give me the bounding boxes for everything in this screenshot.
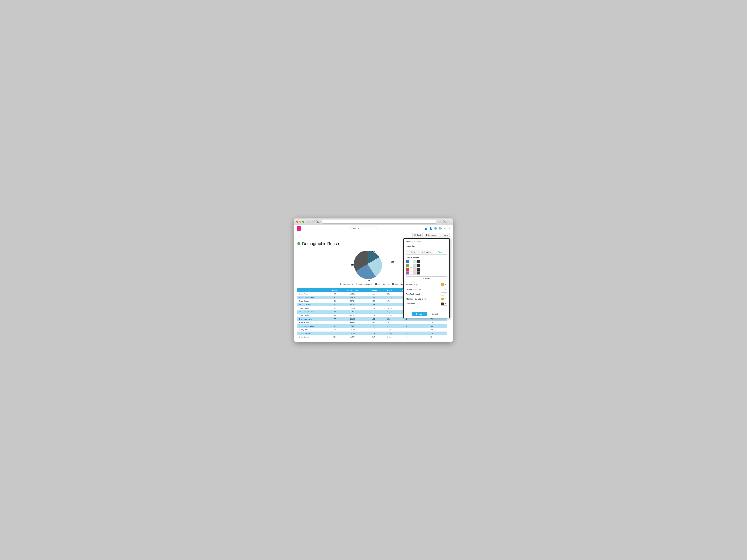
theme-row-blue[interactable] bbox=[406, 260, 447, 263]
more-button[interactable]: ▼ More bbox=[439, 233, 450, 237]
browser-window: ‹ › + + bbox=[294, 218, 453, 342]
cell-name: Brand_Sweden bbox=[297, 321, 328, 324]
header-bg-swatch bbox=[441, 283, 444, 286]
alt-row-bg-picker[interactable]: ▼ bbox=[441, 297, 447, 301]
header-bg-picker[interactable]: ▼ bbox=[441, 283, 447, 287]
cell-name: Brand_Sweden bbox=[297, 335, 328, 339]
close-button[interactable] bbox=[297, 221, 298, 223]
theme-row-red[interactable] bbox=[406, 267, 447, 271]
cell-name: Brand_Japan bbox=[297, 314, 328, 317]
row-bg-label: Row Background bbox=[406, 293, 420, 295]
legend-color-mexico bbox=[340, 284, 341, 285]
minimize-button[interactable] bbox=[300, 221, 301, 223]
maximize-button[interactable] bbox=[302, 221, 304, 223]
search-input[interactable] bbox=[353, 227, 376, 230]
theme-swatch-red-4 bbox=[417, 267, 420, 271]
cell-name: Brand_South Africa bbox=[297, 324, 328, 328]
header-bg-label: Header Background bbox=[406, 284, 422, 286]
sidebar-toggle[interactable] bbox=[316, 220, 320, 223]
tab-basic[interactable]: Basic bbox=[406, 250, 420, 255]
cancel-button[interactable]: Cancel bbox=[428, 312, 441, 316]
table-row: Brand_Sweden 127 35,964 2.54 14,144 7 11… bbox=[297, 321, 447, 324]
cell-impressions: 30,128 bbox=[341, 292, 363, 296]
cell-name: Brand_Australia bbox=[297, 331, 328, 335]
data-source-select[interactable]: Analytics bbox=[406, 244, 447, 248]
creditcard-icon[interactable]: 💳 bbox=[443, 227, 446, 230]
alt-row-bg-swatch bbox=[441, 298, 444, 300]
pie-chart-container: 102 223 119 180 bbox=[353, 249, 391, 282]
forward-button[interactable]: › bbox=[311, 220, 315, 223]
header-font-arrow: ▼ bbox=[445, 289, 446, 290]
theme-swatch-green-4 bbox=[417, 264, 420, 267]
cell-reach: 27,720 bbox=[383, 324, 397, 328]
page-title: Demographic Reach bbox=[302, 241, 339, 246]
header-font-picker[interactable]: ▼ bbox=[441, 288, 447, 291]
theme-swatch-blue-1 bbox=[406, 260, 409, 263]
address-bar[interactable] bbox=[322, 220, 436, 223]
signout-icon[interactable]: ↗ bbox=[448, 227, 450, 230]
color-row-row-font: Row Font Color ▼ bbox=[406, 302, 447, 305]
legend-color-japan bbox=[392, 284, 394, 285]
custom-theme-button[interactable]: Custom bbox=[406, 276, 447, 281]
theme-swatch-purple-3 bbox=[413, 271, 416, 275]
search-bar[interactable]: 🔍 bbox=[348, 226, 378, 230]
cell-name: Brand_South Africa bbox=[297, 310, 328, 314]
duplicate-icon[interactable] bbox=[443, 220, 447, 223]
cell-name: Brand_Mexico bbox=[297, 292, 328, 296]
tab-advanced[interactable]: Advanced bbox=[420, 250, 433, 255]
tab-style[interactable]: Style bbox=[433, 250, 447, 255]
col-header-clicks: Clicks bbox=[328, 288, 341, 292]
cell-impressions: 23,704 bbox=[341, 299, 363, 303]
toolbar-right: 👥 👤 🌐 ⚙️ 💳 ↗ bbox=[424, 227, 450, 230]
row-bg-arrow: ▼ bbox=[445, 293, 446, 295]
svg-rect-5 bbox=[445, 221, 446, 222]
theme-row-purple[interactable] bbox=[406, 271, 447, 275]
theme-swatch-blue-4 bbox=[417, 260, 420, 263]
settings-icon[interactable]: ⚙️ bbox=[439, 227, 442, 230]
cell-impressions: 35,629 bbox=[341, 310, 363, 314]
cell-name: Brand_South Africa bbox=[297, 296, 328, 299]
cell-clicks: 77 bbox=[328, 331, 341, 335]
new-tab-button[interactable]: + bbox=[449, 220, 450, 223]
cell-clicks: 89 bbox=[328, 292, 341, 296]
row-bg-picker[interactable]: ▼ bbox=[441, 292, 447, 296]
theme-swatch-blue-2 bbox=[410, 260, 413, 263]
main-area: Demographic Reach bbox=[294, 238, 453, 342]
cell-reach: 27,720 bbox=[383, 310, 397, 314]
cell-clicks: 54 bbox=[328, 314, 341, 317]
back-button[interactable]: ‹ bbox=[306, 220, 310, 223]
cell-clicks: 127 bbox=[328, 335, 341, 339]
share-icon[interactable] bbox=[438, 220, 442, 223]
col-header-frequency: Frequency bbox=[363, 288, 383, 292]
theme-swatch-green-2 bbox=[410, 264, 413, 267]
user-icon[interactable]: 👤 bbox=[429, 227, 432, 230]
submit-button[interactable]: Submit bbox=[412, 312, 427, 316]
cell-impressions: 35,964 bbox=[341, 306, 363, 310]
send-button[interactable]: ✉ Send bbox=[412, 233, 423, 237]
add-button[interactable]: + bbox=[297, 226, 301, 231]
chart-label-223: 223 bbox=[391, 261, 394, 263]
legend-color-australia bbox=[375, 284, 377, 285]
browser-titlebar: ‹ › + bbox=[294, 218, 453, 225]
row-font-picker[interactable]: ▼ bbox=[441, 302, 447, 305]
header-bg-arrow: ▼ bbox=[445, 284, 446, 285]
theme-row-green[interactable] bbox=[406, 264, 447, 267]
globe-icon[interactable]: 🌐 bbox=[434, 227, 437, 230]
table-row: Brand_Japan 54 23,704 1.32 17,944 3 49 bbox=[297, 328, 447, 331]
row-font-arrow: ▼ bbox=[445, 303, 446, 304]
col-header-impressions: Impressions bbox=[341, 288, 363, 292]
cell-reach: 23,824 bbox=[383, 331, 397, 335]
download-button[interactable]: ⬇ Download bbox=[424, 233, 438, 237]
theme-swatch-red-3 bbox=[413, 267, 416, 271]
contacts-icon[interactable]: 👥 bbox=[424, 227, 428, 230]
cell-pagelikes: 2 bbox=[397, 331, 417, 335]
cell-impressions: 35,629 bbox=[341, 296, 363, 299]
nav-buttons: ‹ › bbox=[306, 220, 315, 223]
cell-reach: 17,944 bbox=[383, 314, 397, 317]
cell-clicks: 97 bbox=[328, 296, 341, 299]
theme-swatch-blue-3 bbox=[413, 260, 416, 263]
color-row-header-font: Header Font Color ▼ bbox=[406, 288, 447, 291]
svg-rect-3 bbox=[318, 222, 319, 223]
legend-item-mexico: Brand_Mexico bbox=[340, 284, 353, 285]
cell-reach: 23,824 bbox=[383, 317, 397, 321]
